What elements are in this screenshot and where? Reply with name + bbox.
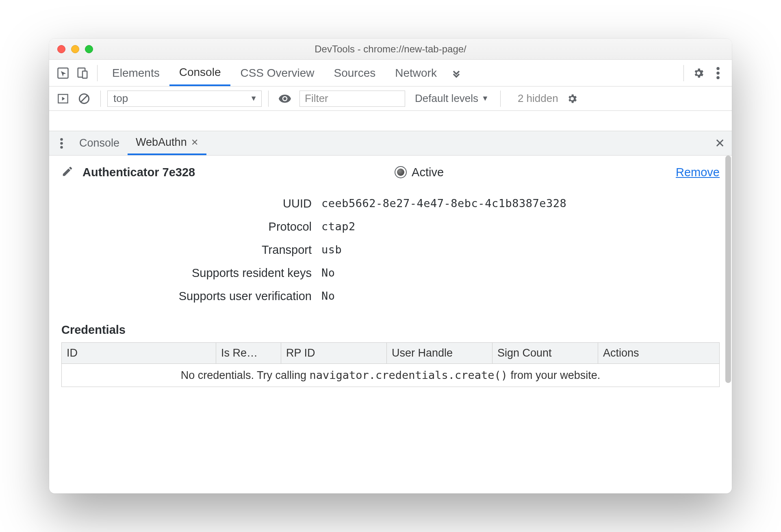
tab-elements[interactable]: Elements [102, 60, 169, 86]
credentials-table: ID Is Re… RP ID User Handle Sign Count A… [61, 342, 720, 387]
prop-label-resident: Supports resident keys [61, 266, 321, 280]
close-tab-icon[interactable]: ✕ [191, 137, 198, 148]
svg-point-3 [716, 67, 720, 70]
svg-point-9 [60, 138, 63, 141]
prop-value-resident: No [321, 266, 720, 280]
tab-console[interactable]: Console [169, 60, 231, 86]
active-radio[interactable]: Active [395, 166, 444, 179]
empty-prefix: No credentials. Try calling [181, 369, 310, 381]
chevron-down-icon: ▼ [482, 94, 489, 103]
divider [100, 91, 101, 107]
drawer-tab-label: Console [79, 137, 119, 149]
hidden-messages-count[interactable]: 2 hidden [518, 92, 558, 105]
svg-rect-2 [82, 71, 87, 78]
window-controls [49, 45, 93, 53]
prop-label-protocol: Protocol [61, 220, 321, 234]
credentials-heading: Credentials [49, 307, 732, 342]
active-label: Active [412, 166, 444, 179]
console-output-area[interactable] [49, 111, 732, 131]
divider [97, 65, 98, 81]
live-expression-icon[interactable] [275, 89, 295, 108]
drawer-tab-console[interactable]: Console [71, 131, 128, 155]
settings-icon[interactable] [689, 63, 708, 83]
drawer-tab-webauthn[interactable]: WebAuthn ✕ [128, 131, 206, 155]
divider [268, 91, 269, 107]
more-tabs-icon[interactable] [447, 63, 466, 83]
prop-value-protocol: ctap2 [321, 220, 720, 234]
col-user-handle[interactable]: User Handle [387, 343, 492, 363]
table-header-row: ID Is Re… RP ID User Handle Sign Count A… [62, 343, 719, 364]
close-window-button[interactable] [57, 45, 65, 53]
context-select-value: top [113, 92, 128, 105]
scrollbar[interactable] [725, 156, 731, 383]
tab-css-overview[interactable]: CSS Overview [230, 60, 324, 86]
close-drawer-icon[interactable]: ✕ [710, 134, 729, 153]
prop-value-transport: usb [321, 243, 720, 257]
authenticator-properties: UUID ceeb5662-8e27-4e47-8ebc-4c1b8387e32… [49, 182, 732, 307]
devtools-window: DevTools - chrome://new-tab-page/ Elemen… [49, 39, 732, 493]
drawer-tab-label: WebAuthn [136, 136, 187, 149]
remove-link[interactable]: Remove [676, 166, 720, 179]
window-title: DevTools - chrome://new-tab-page/ [49, 43, 732, 55]
edit-icon[interactable] [61, 165, 75, 179]
inspect-element-icon[interactable] [53, 63, 73, 83]
titlebar: DevTools - chrome://new-tab-page/ [49, 39, 732, 60]
kebab-menu-icon[interactable] [708, 63, 728, 83]
prop-value-userverif: No [321, 290, 720, 303]
console-settings-icon[interactable] [562, 89, 582, 108]
tab-network[interactable]: Network [385, 60, 447, 86]
col-actions[interactable]: Actions [598, 343, 719, 363]
filter-placeholder: Filter [305, 92, 328, 105]
console-toolbar: top ▼ Filter Default levels ▼ 2 hidden [49, 87, 732, 111]
empty-code: navigator.credentials.create() [309, 369, 508, 381]
prop-label-transport: Transport [61, 243, 321, 257]
device-toolbar-icon[interactable] [73, 63, 92, 83]
chevron-down-icon: ▼ [250, 94, 257, 103]
divider [500, 91, 501, 107]
main-toolbar: Elements Console CSS Overview Sources Ne… [49, 60, 732, 87]
svg-point-4 [716, 71, 720, 75]
col-sign-count[interactable]: Sign Count [492, 343, 598, 363]
authenticator-header: Authenticator 7e328 Active Remove [49, 156, 732, 182]
tab-sources[interactable]: Sources [324, 60, 386, 86]
filter-input[interactable]: Filter [299, 91, 405, 107]
drawer-toolbar: Console WebAuthn ✕ ✕ [49, 131, 732, 156]
clear-console-icon[interactable] [74, 89, 94, 108]
prop-value-uuid: ceeb5662-8e27-4e47-8ebc-4c1b8387e328 [321, 197, 720, 210]
log-levels-value: Default levels [415, 92, 478, 105]
svg-line-8 [81, 95, 87, 102]
radio-icon [395, 166, 407, 178]
context-select[interactable]: top ▼ [107, 91, 262, 107]
divider [683, 65, 684, 81]
col-rp-id[interactable]: RP ID [281, 343, 387, 363]
svg-point-11 [60, 146, 63, 149]
prop-label-userverif: Supports user verification [61, 290, 321, 303]
svg-point-5 [716, 76, 720, 79]
credentials-empty-message: No credentials. Try calling navigator.cr… [62, 364, 719, 387]
zoom-window-button[interactable] [85, 45, 93, 53]
authenticator-name: Authenticator 7e328 [82, 166, 195, 179]
log-levels-select[interactable]: Default levels ▼ [415, 92, 489, 105]
prop-label-uuid: UUID [61, 197, 321, 210]
col-id[interactable]: ID [62, 343, 216, 363]
toggle-sidebar-icon[interactable] [53, 89, 73, 108]
empty-suffix: from your website. [508, 369, 600, 381]
drawer-kebab-icon[interactable] [52, 134, 71, 153]
minimize-window-button[interactable] [71, 45, 79, 53]
svg-point-10 [60, 142, 63, 145]
col-is-resident[interactable]: Is Re… [216, 343, 281, 363]
webauthn-panel: Authenticator 7e328 Active Remove UUID c… [49, 156, 732, 493]
